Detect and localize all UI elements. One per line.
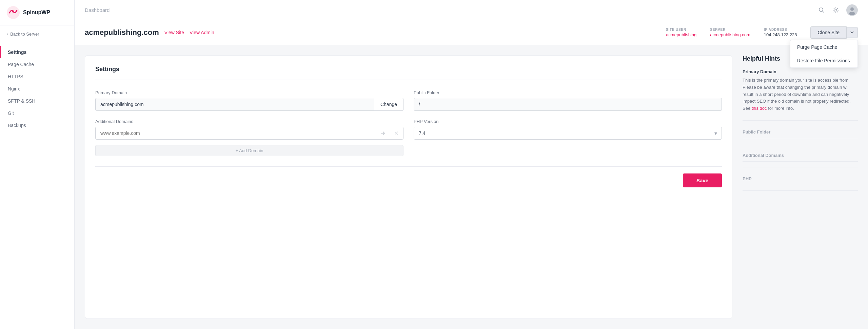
hint-primary-domain-text: This is the primary domain your site is … — [743, 77, 858, 112]
additional-domains-label: Additional Domains — [95, 119, 403, 124]
topnav: Dashboard — [75, 0, 868, 20]
server-group: SERVER acmepublishing.com — [710, 28, 750, 37]
redirect-icon — [380, 130, 386, 136]
sidebar-item-sftp-ssh[interactable]: SFTP & SSH — [0, 95, 74, 107]
close-icon — [394, 130, 399, 136]
app-name: SpinupWP — [23, 9, 50, 16]
sidebar-logo: SpinupWP — [0, 0, 74, 25]
clone-site-dropdown-button[interactable] — [847, 27, 858, 38]
form-grid: Primary Domain Change Public Folder Addi… — [95, 90, 722, 156]
card-title: Settings — [95, 66, 722, 80]
site-user-value: acmepublishing — [666, 32, 696, 37]
topnav-right — [818, 4, 858, 16]
remove-domain-button[interactable] — [390, 128, 403, 139]
additional-domains-input-wrapper — [95, 127, 403, 140]
chevron-down-icon — [850, 30, 854, 35]
sidebar-item-backups[interactable]: Backups — [0, 119, 74, 131]
ip-label: IP ADDRESS — [764, 28, 797, 32]
svg-point-6 — [850, 7, 854, 11]
server-value: acmepublishing.com — [710, 32, 750, 37]
dashboard-link[interactable]: Dashboard — [85, 7, 110, 13]
hint-public-folder-title: Public Folder — [743, 126, 858, 138]
restore-file-permissions-item[interactable]: Restore File Permissions — [790, 54, 857, 67]
site-title: acmepublishing.com — [85, 28, 159, 37]
additional-domains-group: Additional Domains + Add Domain — [95, 119, 403, 156]
chevron-left-icon: ‹ — [7, 32, 8, 37]
primary-domain-label: Primary Domain — [95, 90, 403, 95]
purge-page-cache-item[interactable]: Purge Page Cache — [790, 40, 857, 54]
site-user-label: SITE USER — [666, 28, 696, 32]
change-domain-button[interactable]: Change — [374, 98, 403, 111]
ip-value: 104.248.122.228 — [764, 32, 797, 37]
primary-domain-group: Primary Domain Change — [95, 90, 403, 111]
sidebar-item-git[interactable]: Git — [0, 107, 74, 119]
svg-point-1 — [12, 11, 14, 13]
add-domain-button[interactable]: + Add Domain — [95, 145, 403, 156]
hint-primary-domain: Primary Domain This is the primary domai… — [743, 69, 858, 112]
hint-primary-domain-title: Primary Domain — [743, 69, 858, 74]
view-admin-link[interactable]: View Admin — [190, 30, 214, 35]
public-folder-label: Public Folder — [414, 90, 722, 95]
php-version-label: PHP Version — [414, 119, 722, 124]
clone-dropdown-menu: Purge Page Cache Restore File Permission… — [790, 40, 858, 68]
spinupwp-logo-icon — [7, 6, 20, 19]
clone-btn-wrapper: Clone Site Purge Page Cache Restore File… — [810, 26, 858, 39]
back-to-server[interactable]: ‹ Back to Server — [0, 25, 74, 43]
hint-php-title: PHP — [743, 173, 858, 185]
content-area: Settings Primary Domain Change Public Fo… — [75, 45, 868, 329]
form-actions: Save — [95, 166, 722, 187]
search-icon[interactable] — [818, 6, 825, 14]
sidebar-item-settings[interactable]: Settings — [0, 46, 74, 58]
site-header-left: acmepublishing.com View Site View Admin — [85, 28, 214, 37]
sidebar-nav: Settings Page Cache HTTPS Nginx SFTP & S… — [0, 43, 74, 135]
user-avatar[interactable] — [846, 4, 858, 16]
view-site-link[interactable]: View Site — [164, 30, 184, 35]
primary-domain-input-wrapper: Change — [95, 98, 403, 111]
php-version-group: PHP Version 7.4 8.0 8.1 8.2 — [414, 119, 722, 156]
public-folder-input[interactable] — [414, 98, 722, 111]
public-folder-group: Public Folder — [414, 90, 722, 111]
primary-domain-input[interactable] — [95, 98, 374, 111]
server-label: SERVER — [710, 28, 750, 32]
gear-icon[interactable] — [832, 6, 840, 14]
additional-domains-input[interactable] — [96, 127, 376, 139]
php-version-select[interactable]: 7.4 8.0 8.1 8.2 — [414, 127, 722, 140]
hint-doc-link[interactable]: this doc — [752, 106, 767, 111]
hint-additional-domains-title: Additional Domains — [743, 149, 858, 162]
site-header-meta: SITE USER acmepublishing SERVER acmepubl… — [666, 26, 858, 39]
site-user-group: SITE USER acmepublishing — [666, 28, 696, 37]
site-header: acmepublishing.com View Site View Admin … — [75, 20, 868, 45]
main-wrapper: Dashboard acmepublishing.com View Site V… — [75, 0, 868, 329]
php-version-select-wrapper: 7.4 8.0 8.1 8.2 — [414, 127, 722, 140]
clone-site-button[interactable]: Clone Site — [810, 26, 847, 39]
svg-point-4 — [835, 9, 837, 11]
sidebar-item-page-cache[interactable]: Page Cache — [0, 58, 74, 70]
hints-panel: Helpful Hints Primary Domain This is the… — [743, 55, 858, 319]
save-button[interactable]: Save — [683, 173, 722, 187]
ip-group: IP ADDRESS 104.248.122.228 — [764, 28, 797, 37]
settings-card: Settings Primary Domain Change Public Fo… — [85, 55, 732, 319]
svg-line-3 — [823, 11, 824, 13]
add-domain-inline-button[interactable] — [376, 128, 390, 139]
sidebar-item-nginx[interactable]: Nginx — [0, 83, 74, 95]
sidebar: SpinupWP ‹ Back to Server Settings Page … — [0, 0, 75, 329]
sidebar-item-https[interactable]: HTTPS — [0, 70, 74, 83]
